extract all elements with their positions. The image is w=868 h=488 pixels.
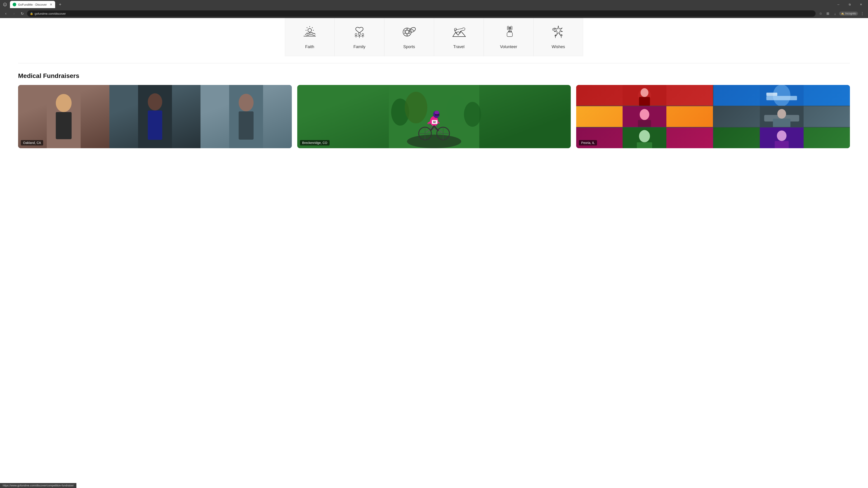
card-2-location: Breckenridge, CO [300, 140, 330, 145]
card-3-location: Peoria, IL [579, 140, 597, 145]
close-button[interactable]: ✕ [856, 1, 866, 8]
wishes-icon [549, 23, 567, 41]
menu-button[interactable]: ⋮ [859, 10, 865, 17]
tab-close-button[interactable]: ✕ [50, 3, 53, 6]
card-3-collage-bg [576, 85, 850, 148]
svg-point-22 [509, 27, 510, 29]
bookmark-icon[interactable]: ☆ [817, 10, 824, 17]
svg-point-21 [510, 28, 512, 30]
svg-point-18 [507, 26, 509, 28]
svg-point-19 [510, 26, 512, 28]
svg-point-39 [464, 102, 481, 127]
person-1 [18, 85, 110, 148]
category-volunteer[interactable]: Volunteer [484, 18, 533, 56]
travel-label: Travel [453, 44, 464, 49]
svg-point-27 [56, 94, 72, 112]
svg-rect-81 [775, 141, 789, 148]
download-icon[interactable]: ↓ [832, 10, 838, 17]
category-sports[interactable]: Sports [384, 18, 434, 56]
incognito-badge: 🕵 Incognito [839, 11, 858, 15]
address-bar[interactable]: 🔒 gofundme.com/discover [27, 10, 815, 17]
sports-icon [400, 23, 418, 41]
fundraiser-card-2[interactable]: 82 Breckenridge, CO [297, 85, 571, 148]
fundraisers-section: Medical Fundraisers [0, 63, 868, 157]
toolbar-actions: ☆ ⊞ ↓ 🕵 Incognito ⋮ [817, 10, 865, 17]
svg-point-13 [362, 33, 364, 35]
svg-line-7 [307, 27, 307, 28]
reload-button[interactable]: ↻ [19, 10, 25, 17]
svg-point-2 [308, 29, 311, 32]
browser-titlebar: G GoFundMe - Discover ✕ + ─ ⧉ ✕ [0, 0, 868, 9]
browser-chrome: G GoFundMe - Discover ✕ + ─ ⧉ ✕ ‹ › ↻ 🔒 … [0, 0, 868, 18]
svg-point-70 [640, 109, 649, 120]
browser-toolbar: ‹ › ↻ 🔒 gofundme.com/discover ☆ ⊞ ↓ 🕵 In… [0, 9, 868, 18]
svg-point-63 [641, 88, 649, 97]
person-3 [200, 85, 292, 148]
svg-rect-64 [639, 97, 650, 106]
svg-line-10 [307, 33, 307, 33]
collage-cell-2 [713, 85, 850, 106]
svg-point-37 [405, 92, 427, 123]
profile-icon[interactable]: G [2, 1, 8, 8]
categories-section: Faith [0, 18, 868, 63]
section-title: Medical Fundraisers [18, 72, 850, 79]
svg-text:82: 82 [433, 121, 436, 123]
wishes-label: Wishes [552, 44, 565, 49]
card-1-collage [18, 85, 292, 148]
svg-point-40 [407, 135, 461, 148]
restore-button[interactable]: ⧉ [844, 1, 855, 8]
svg-rect-67 [766, 96, 797, 100]
fundraiser-cards-grid: Oakland, CA [18, 85, 850, 148]
svg-rect-31 [148, 110, 162, 140]
card-2-cyclist-bg: 82 [297, 85, 571, 148]
svg-point-77 [639, 130, 650, 142]
svg-point-74 [777, 109, 786, 119]
faith-icon [301, 23, 319, 41]
collage-cell-4 [713, 106, 850, 127]
ssl-lock-icon: 🔒 [30, 12, 33, 15]
window-controls: ─ ⧉ ✕ [833, 1, 866, 8]
page-content: Faith [0, 18, 868, 480]
svg-point-80 [777, 131, 786, 141]
card-1-location: Oakland, CA [21, 140, 43, 145]
family-label: Family [353, 44, 366, 49]
svg-line-9 [312, 27, 313, 28]
card-3-image: Peoria, IL [576, 85, 850, 148]
svg-point-11 [355, 33, 357, 35]
new-tab-button[interactable]: + [57, 1, 63, 8]
category-wishes[interactable]: Wishes [533, 18, 583, 56]
category-family[interactable]: Family [335, 18, 384, 56]
collage-cell-3 [576, 106, 713, 127]
svg-text:G: G [4, 4, 6, 6]
minimize-button[interactable]: ─ [833, 1, 844, 8]
volunteer-icon [500, 23, 518, 41]
svg-rect-71 [638, 120, 651, 127]
back-button[interactable]: ‹ [3, 10, 9, 17]
family-icon [350, 23, 368, 41]
svg-point-33 [239, 94, 254, 111]
svg-rect-78 [637, 142, 652, 148]
category-travel[interactable]: Travel [434, 18, 484, 56]
svg-point-16 [454, 28, 457, 31]
fundraiser-card-3[interactable]: Peoria, IL [576, 85, 850, 148]
active-browser-tab[interactable]: GoFundMe - Discover ✕ [10, 1, 55, 8]
travel-icon [450, 23, 468, 41]
card-3-collage-grid [576, 85, 850, 148]
svg-point-43 [434, 111, 439, 114]
fundraiser-card-1[interactable]: Oakland, CA [18, 85, 292, 148]
extensions-icon[interactable]: ⊞ [825, 10, 831, 17]
svg-rect-44 [435, 114, 439, 116]
svg-rect-68 [766, 93, 777, 96]
collage-cell-1 [576, 85, 713, 106]
url-display: gofundme.com/discover [35, 12, 66, 15]
forward-button[interactable]: › [11, 10, 17, 17]
volunteer-label: Volunteer [500, 44, 517, 49]
category-faith[interactable]: Faith [285, 18, 335, 56]
tab-title: GoFundMe - Discover [18, 3, 47, 6]
sports-label: Sports [403, 44, 415, 49]
tab-favicon [13, 3, 16, 6]
svg-point-20 [507, 28, 509, 30]
svg-rect-34 [239, 111, 254, 140]
svg-point-38 [446, 95, 467, 125]
card-2-image: 82 Breckenridge, CO [297, 85, 571, 148]
